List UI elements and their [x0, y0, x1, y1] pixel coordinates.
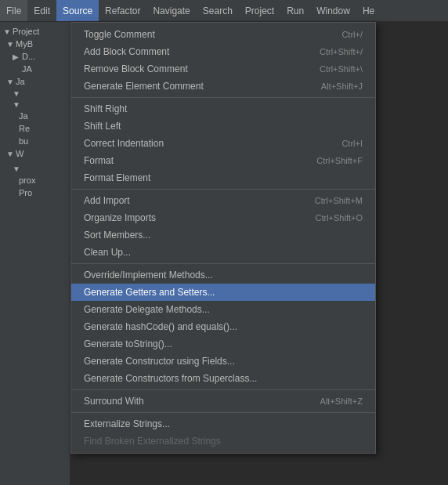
menu-project[interactable]: Project: [239, 0, 280, 21]
menu-generate-element-comment-shortcut: Alt+Shift+J: [321, 81, 363, 91]
tree-arrow-sub4: ▼: [13, 165, 20, 172]
menu-shift-left-label: Shift Left: [84, 121, 339, 132]
tree-label-myb: MyB: [16, 39, 33, 49]
tree-pro2[interactable]: Pro: [0, 186, 70, 199]
tree-ja2[interactable]: ▼ Ja: [0, 75, 70, 88]
menu-correct-indentation-label: Correct Indentation: [84, 138, 318, 149]
tree-sub1[interactable]: ▼: [0, 88, 70, 99]
menu-organize-imports[interactable]: Organize Imports Ctrl+Shift+O: [71, 209, 375, 226]
separator-1: [71, 97, 375, 98]
menubar: File Edit Source Refactor Navigate Searc…: [0, 0, 448, 22]
menu-generate-delegate-methods[interactable]: Generate Delegate Methods...: [71, 301, 375, 318]
menu-remove-block-comment[interactable]: Remove Block Comment Ctrl+Shift+\: [71, 60, 375, 78]
menu-format[interactable]: Format Ctrl+Shift+F: [71, 152, 375, 169]
menu-generate-constructor-fields-label: Generate Constructor using Fields...: [84, 356, 339, 367]
tree-label-w: W: [16, 149, 23, 158]
tree-project[interactable]: ▼ Project: [0, 25, 70, 38]
menu-search[interactable]: Search: [197, 0, 239, 21]
tree-arrow-sub2: ▼: [13, 100, 20, 108]
menu-format-element[interactable]: Format Element: [71, 169, 375, 186]
menu-correct-indentation[interactable]: Correct Indentation Ctrl+I: [71, 135, 375, 152]
menu-add-block-comment[interactable]: Add Block Comment Ctrl+Shift+/: [71, 43, 375, 60]
separator-4: [71, 389, 375, 390]
menu-generate-tostring[interactable]: Generate toString()...: [71, 335, 375, 353]
menu-help[interactable]: He: [356, 0, 381, 21]
tree-label-pro2: Pro: [19, 188, 32, 197]
tree-sub2[interactable]: ▼: [0, 99, 70, 110]
tree-arrow-myb: ▼: [6, 40, 14, 48]
menu-generate-getters-setters-label: Generate Getters and Setters...: [84, 287, 339, 298]
menu-source[interactable]: Source: [56, 0, 99, 21]
menu-clean-up-label: Clean Up...: [84, 247, 339, 258]
menu-find-broken-externalized: Find Broken Externalized Strings: [71, 433, 375, 450]
menu-add-import[interactable]: Add Import Ctrl+Shift+M: [71, 192, 375, 209]
tree-bu[interactable]: bu: [0, 135, 70, 147]
menu-generate-tostring-label: Generate toString()...: [84, 338, 339, 349]
tree-arrow-ja2: ▼: [6, 78, 14, 85]
menu-surround-with[interactable]: Surround With Alt+Shift+Z: [71, 393, 375, 410]
menu-toggle-comment-label: Toggle Comment: [84, 29, 318, 40]
menu-generate-constructor-fields[interactable]: Generate Constructor using Fields...: [71, 353, 375, 370]
menu-add-import-label: Add Import: [84, 195, 291, 206]
menu-navigate[interactable]: Navigate: [146, 0, 196, 21]
tree-ja1[interactable]: JA: [0, 63, 70, 75]
menu-override-implement-label: Override/Implement Methods...: [84, 270, 339, 281]
tree-label-bu: bu: [19, 136, 28, 146]
tree-label-prox: prox: [19, 176, 35, 185]
menu-add-block-comment-shortcut: Ctrl+Shift+/: [320, 47, 363, 56]
tree-arrow-ja1: [13, 65, 20, 73]
menu-toggle-comment-shortcut: Ctrl+/: [341, 30, 363, 39]
tree-d[interactable]: ▶ D...: [0, 50, 70, 63]
menu-window[interactable]: Window: [310, 0, 356, 21]
menu-shift-right[interactable]: Shift Right: [71, 100, 375, 118]
menu-generate-getters-setters[interactable]: Generate Getters and Setters...: [71, 284, 375, 301]
menu-clean-up[interactable]: Clean Up...: [71, 244, 375, 261]
menu-sort-members[interactable]: Sort Members...: [71, 226, 375, 244]
sidebar-panel: ▼ Project ▼ MyB ▶ D... JA ▼ Ja ▼ ▼ Ja Re…: [0, 22, 70, 485]
menu-generate-constructors-superclass[interactable]: Generate Constructors from Superclass...: [71, 370, 375, 387]
menu-generate-element-comment-label: Generate Element Comment: [84, 81, 298, 92]
menu-remove-block-comment-label: Remove Block Comment: [84, 63, 296, 74]
menu-organize-imports-label: Organize Imports: [84, 212, 291, 223]
menu-add-import-shortcut: Ctrl+Shift+M: [315, 196, 363, 205]
menu-correct-indentation-shortcut: Ctrl+I: [341, 139, 363, 148]
tree-label-ja3: Ja: [19, 111, 28, 121]
menu-sort-members-label: Sort Members...: [84, 230, 339, 241]
tree-myb[interactable]: ▼ MyB: [0, 38, 70, 50]
tree-arrow-d: ▶: [13, 52, 20, 60]
menu-externalize-strings[interactable]: Externalize Strings...: [71, 415, 375, 433]
menu-refactor[interactable]: Refactor: [99, 0, 146, 21]
source-menu: Toggle Comment Ctrl+/ Add Block Comment …: [70, 22, 376, 454]
tree-re[interactable]: Re: [0, 122, 70, 135]
menu-edit[interactable]: Edit: [27, 0, 56, 21]
tree-prox[interactable]: prox: [0, 174, 70, 186]
tree-sub4[interactable]: ▼: [0, 163, 70, 174]
menu-shift-left[interactable]: Shift Left: [71, 118, 375, 135]
menu-generate-constructors-superclass-label: Generate Constructors from Superclass...: [84, 373, 339, 384]
menu-surround-with-label: Surround With: [84, 396, 297, 407]
menu-run[interactable]: Run: [280, 0, 310, 21]
menu-file[interactable]: File: [0, 0, 27, 21]
tree-arrow-project: ▼: [3, 27, 11, 35]
menu-format-element-label: Format Element: [84, 172, 339, 183]
tree-label-ja2: Ja: [16, 77, 25, 86]
menu-generate-delegate-methods-label: Generate Delegate Methods...: [84, 304, 339, 315]
menu-find-broken-externalized-label: Find Broken Externalized Strings: [84, 436, 339, 447]
tree-label-project: Project: [13, 27, 39, 36]
menu-remove-block-comment-shortcut: Ctrl+Shift+\: [320, 64, 363, 74]
tree-label-ja1: JA: [22, 64, 32, 74]
separator-3: [71, 263, 375, 264]
tree-label-re: Re: [19, 124, 30, 133]
tree-label-d: D...: [22, 52, 35, 61]
tree-ja3[interactable]: Ja: [0, 110, 70, 122]
menu-generate-hashcode-equals[interactable]: Generate hashCode() and equals()...: [71, 318, 375, 335]
separator-2: [71, 189, 375, 190]
menu-surround-with-shortcut: Alt+Shift+Z: [320, 396, 363, 406]
tree-w[interactable]: ▼ W: [0, 147, 70, 160]
menu-generate-element-comment[interactable]: Generate Element Comment Alt+Shift+J: [71, 78, 375, 95]
menu-toggle-comment[interactable]: Toggle Comment Ctrl+/: [71, 26, 375, 43]
menu-override-implement[interactable]: Override/Implement Methods...: [71, 266, 375, 284]
menu-organize-imports-shortcut: Ctrl+Shift+O: [315, 213, 363, 223]
menu-format-shortcut: Ctrl+Shift+F: [316, 156, 363, 165]
menu-format-label: Format: [84, 155, 293, 166]
